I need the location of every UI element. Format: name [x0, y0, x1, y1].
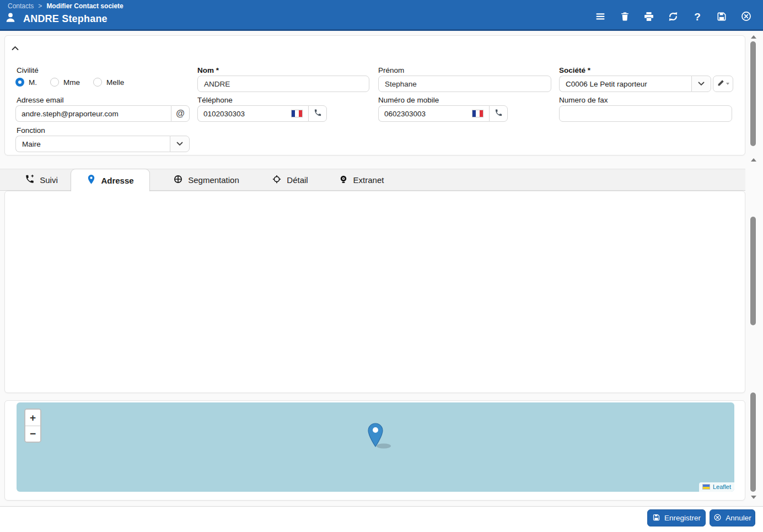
fax-label: Numero de fax — [559, 96, 608, 104]
radio-label: M. — [29, 78, 37, 87]
map-zoom-control: + − — [24, 409, 41, 443]
tab-detail[interactable]: Détail — [258, 169, 322, 191]
tab-adresse[interactable]: Adresse — [71, 169, 150, 191]
telephone-field-group: 0102030303 — [197, 105, 327, 122]
scrollbar-thumb[interactable] — [750, 393, 756, 492]
call-phone-button[interactable] — [308, 105, 327, 122]
tab-label: Détail — [287, 175, 308, 185]
save-button-label: Enregistrer — [664, 514, 701, 522]
print-button[interactable] — [643, 11, 655, 23]
tab-label: Adresse — [101, 176, 133, 185]
map-marker-icon[interactable] — [367, 423, 393, 452]
email-value: andre.steph@praporteur.com — [22, 110, 165, 118]
help-button[interactable]: ? — [691, 11, 703, 23]
nom-value: ANDRE — [204, 80, 230, 88]
civilite-radio-group: M. Mme Melle — [15, 78, 124, 87]
floppy-icon — [716, 11, 727, 24]
email-field-group: andre.steph@praporteur.com @ — [15, 105, 190, 122]
title-row: ANDRE Stephane — [4, 12, 108, 26]
radio-civilite-mme[interactable]: Mme — [50, 78, 80, 87]
mobile-label: Numéro de mobile — [378, 96, 439, 104]
phone-handset-icon — [495, 109, 503, 119]
tab-segmentation[interactable]: Segmentation — [161, 169, 251, 191]
leaflet-flag-icon — [702, 484, 710, 490]
radio-civilite-m[interactable]: M. — [15, 78, 37, 87]
address-panel — [4, 191, 745, 393]
breadcrumb: Contacts > Modifier Contact societe — [8, 2, 123, 10]
telephone-field[interactable]: 0102030303 — [197, 105, 308, 122]
delete-button[interactable] — [619, 11, 631, 23]
radio-icon — [93, 78, 102, 87]
email-label: Adresse email — [17, 96, 64, 104]
menu-button[interactable] — [594, 11, 606, 23]
societe-value: C0006 Le Petit raporteur — [559, 76, 691, 92]
scrollbar-thumb[interactable] — [750, 217, 756, 325]
scrollbar-thumb[interactable] — [750, 41, 756, 146]
phone-plus-icon — [25, 174, 35, 186]
close-circle-icon — [740, 10, 752, 24]
zoom-out-button[interactable]: − — [25, 426, 40, 442]
leaflet-link[interactable]: Leaflet — [713, 483, 731, 490]
cancel-button[interactable]: Annuler — [710, 509, 755, 526]
trash-icon — [620, 11, 630, 23]
radio-civilite-melle[interactable]: Melle — [93, 78, 124, 87]
tab-extranet[interactable]: Extranet — [325, 169, 397, 191]
prenom-field[interactable]: Stephane — [378, 76, 551, 92]
societe-label: Société * — [559, 66, 590, 74]
crosshair-icon — [272, 174, 282, 186]
prenom-value: Stephane — [385, 80, 417, 88]
french-flag-icon — [472, 110, 483, 117]
question-icon: ? — [694, 11, 701, 23]
societe-edit-button[interactable] — [713, 76, 733, 92]
breadcrumb-contacts-link[interactable]: Contacts — [8, 2, 34, 10]
breadcrumb-separator: > — [38, 2, 42, 10]
scroll-up-arrow[interactable] — [751, 35, 756, 39]
prenom-label: Prénom — [378, 66, 404, 74]
save-button[interactable]: Enregistrer — [647, 509, 706, 526]
close-circle-icon — [713, 513, 722, 523]
chevron-down-icon[interactable] — [691, 76, 711, 92]
societe-select[interactable]: C0006 Le Petit raporteur — [559, 76, 711, 92]
tab-label: Extranet — [353, 175, 384, 185]
fax-field[interactable] — [559, 105, 732, 122]
hamburger-icon — [595, 11, 606, 24]
map-attribution: Leaflet — [699, 482, 734, 492]
fonction-label: Fonction — [17, 126, 45, 135]
circle-cross-icon — [173, 174, 183, 186]
at-icon: @ — [176, 109, 185, 119]
floppy-icon — [652, 513, 660, 523]
save-header-button[interactable] — [716, 11, 728, 23]
map-pin-icon — [87, 174, 96, 186]
pencil-icon — [717, 79, 724, 88]
scroll-up-arrow[interactable] — [751, 158, 756, 162]
telephone-label: Téléphone — [197, 96, 233, 104]
email-field[interactable]: andre.steph@praporteur.com — [15, 105, 171, 122]
cancel-button-label: Annuler — [726, 514, 751, 522]
telephone-value: 0102030303 — [203, 110, 287, 118]
printer-icon — [643, 11, 654, 24]
refresh-button[interactable] — [667, 11, 679, 23]
header: Contacts > Modifier Contact societe ANDR… — [0, 0, 763, 31]
page: Contacts > Modifier Contact societe ANDR… — [0, 0, 763, 532]
collapse-panel-icon[interactable] — [12, 43, 19, 53]
nom-field[interactable]: ANDRE — [197, 76, 369, 92]
civilite-label: Civilité — [17, 66, 39, 74]
contact-icon — [4, 12, 17, 26]
header-actions: ? — [594, 11, 752, 23]
scroll-down-arrow[interactable] — [751, 496, 756, 499]
fonction-select[interactable]: Maire — [15, 136, 190, 152]
refresh-icon — [668, 11, 679, 24]
fonction-value: Maire — [15, 136, 170, 152]
webcam-icon — [338, 174, 348, 186]
mobile-field[interactable]: 0602303003 — [378, 105, 489, 122]
page-title: ANDRE Stephane — [23, 13, 108, 25]
send-email-button[interactable]: @ — [171, 105, 190, 122]
close-button[interactable] — [740, 11, 752, 23]
zoom-in-button[interactable]: + — [25, 410, 40, 426]
map-canvas[interactable]: + − Leaflet — [17, 402, 734, 492]
tab-suivi[interactable]: Suivi — [11, 169, 72, 191]
chevron-down-icon[interactable] — [170, 136, 190, 152]
call-mobile-button[interactable] — [489, 105, 508, 122]
phone-handset-icon — [314, 109, 322, 119]
radio-label: Melle — [106, 78, 124, 87]
